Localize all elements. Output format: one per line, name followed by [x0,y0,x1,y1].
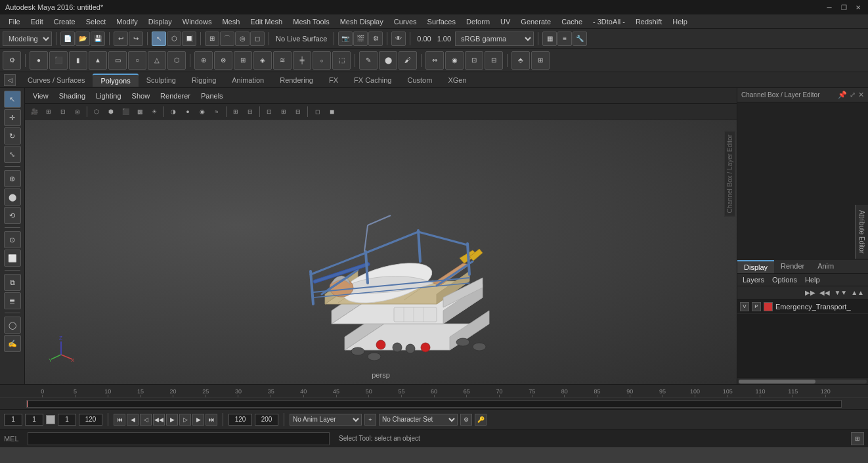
shelf-cone-btn[interactable]: ▲ [89,51,107,70]
shelf-pyramid-btn[interactable]: ⬡ [167,51,186,70]
undo-btn[interactable]: ↩ [114,32,128,46]
vp-res1-btn[interactable]: ⊡ [263,105,276,118]
vp-light-btn[interactable]: ☀ [148,105,161,118]
shelf-extrude-btn[interactable]: ⊞ [234,51,252,70]
frame-current-input[interactable] [25,414,43,426]
tab-sculpting[interactable]: Sculpting [139,74,184,86]
tab-rigging[interactable]: Rigging [184,74,224,86]
help-menu[interactable]: Help [802,275,823,284]
ipr-btn[interactable]: 🎬 [353,32,368,46]
minimize-button[interactable]: ─ [825,3,834,12]
play-backward-btn[interactable]: ◀◀ [153,414,165,426]
snap-point-btn[interactable]: ◎ [235,32,250,46]
menu-edit-mesh[interactable]: Edit Mesh [246,16,287,27]
redo-btn[interactable]: ↪ [129,32,143,46]
auto-key-btn[interactable]: 🔑 [475,414,487,426]
vp-menu-view[interactable]: View [29,91,53,101]
layer-scroll-thumb[interactable] [739,380,815,384]
sidebar-toggle-btn[interactable]: ◁ [4,74,16,86]
paint-select-btn[interactable]: ⬜ [4,250,21,267]
paint-tool-btn[interactable]: 🔲 [182,32,196,46]
options-menu[interactable]: Options [770,275,800,284]
vp-motion-blur-btn[interactable]: ≈ [210,105,223,118]
snap-surface-btn[interactable]: ◻ [250,32,265,46]
shelf-plane-btn[interactable]: ▭ [108,51,127,70]
anim-layer-add-btn[interactable]: + [364,414,376,426]
menu-generate[interactable]: Generate [516,16,555,27]
menu-edit[interactable]: Edit [26,16,48,27]
snap-grid-btn[interactable]: ⊞ [205,32,219,46]
menu-modify[interactable]: Modify [112,16,142,27]
tab-curves-surfaces[interactable]: Curves / Surfaces [20,74,93,86]
shelf-cube-btn[interactable]: ⬛ [49,51,68,70]
layer-scroll-track[interactable] [739,380,867,384]
tab-xgen[interactable]: XGen [440,74,474,86]
vp-hud-btn[interactable]: ⊟ [244,105,257,118]
scale-tool-btn[interactable]: ⤡ [4,146,21,163]
menu-surfaces[interactable]: Surfaces [423,16,460,27]
vp-res3-btn[interactable]: ⊟ [292,105,305,118]
align-btn[interactable]: ≣ [4,292,21,309]
vp-menu-renderer[interactable]: Renderer [156,91,194,101]
shelf-sculpt-btn[interactable]: ✎ [359,51,378,70]
color-space-selector[interactable]: sRGB gamma [455,32,534,46]
shelf-settings-btn[interactable]: ⚙ [3,51,21,70]
tool-settings-toggle[interactable]: 🔧 [573,32,587,46]
timeline-scrubber-area[interactable] [0,397,868,409]
timeline-bar[interactable] [26,400,842,408]
menu-file[interactable]: File [4,16,25,27]
cb-tab-display[interactable]: Display [737,260,774,273]
vp-menu-show[interactable]: Show [128,91,154,101]
menu-create[interactable]: Create [49,16,80,27]
anim-layer-selector[interactable]: No Anim Layer [290,414,362,426]
shelf-smooth-btn[interactable]: ◉ [445,51,464,70]
frame-range-end-input[interactable] [255,414,278,426]
shelf-sphere-btn[interactable]: ● [30,51,48,70]
menu-deform[interactable]: Deform [462,16,494,27]
layer-arrow-up[interactable]: ▲▲ [850,288,865,298]
layer-color-swatch[interactable] [764,302,773,311]
shelf-combine-btn[interactable]: ⊕ [194,51,213,70]
cb-tab-render[interactable]: Render [774,260,811,273]
shelf-insert-edge-btn[interactable]: ╪ [293,51,311,70]
shelf-soft-sel-btn[interactable]: ⬤ [379,51,397,70]
prev-frame-btn[interactable]: ◀ [127,414,139,426]
shelf-retopo-btn[interactable]: ⊟ [485,51,503,70]
skip-to-end-btn[interactable]: ⏭ [206,414,217,426]
channel-box-expand-icon[interactable]: ⤢ [850,91,856,99]
tab-fx-caching[interactable]: FX Caching [346,74,399,86]
render-btn[interactable]: 📷 [338,32,353,46]
sculpt-btn[interactable]: ✍ [4,335,21,352]
shelf-fill-hole-btn[interactable]: ⬚ [332,51,351,70]
tab-animation[interactable]: Animation [224,74,272,86]
close-button[interactable]: ✕ [854,3,863,12]
next-key-btn[interactable]: ▷ [179,414,191,426]
attr-editor-toggle[interactable]: ≡ [557,32,572,46]
menu-windows[interactable]: Windows [178,16,217,27]
character-set-selector[interactable]: No Character Set [379,414,458,426]
layers-menu[interactable]: Layers [740,275,767,284]
cb-tab-anim[interactable]: Anim [811,260,840,273]
shelf-bridge-btn[interactable]: ≋ [273,51,292,70]
snap-together-btn[interactable]: ⧉ [4,274,21,291]
menu-select[interactable]: Select [81,16,111,27]
channel-box-close-icon[interactable]: ✕ [858,91,864,99]
mel-input[interactable] [28,432,330,445]
shelf-torus-btn[interactable]: ○ [128,51,146,70]
select-tool-btn[interactable]: ↖ [152,32,166,46]
vp-ao-btn[interactable]: ● [181,105,194,118]
vp-xray-btn[interactable]: ◻ [311,105,324,118]
shelf-mirror-btn[interactable]: ⇔ [425,51,444,70]
menu-redshift[interactable]: Redshift [631,16,666,27]
universal-manipulator-btn[interactable]: ⊕ [4,170,21,187]
shelf-uv-edit-btn[interactable]: ⬘ [511,51,530,70]
shelf-prism-btn[interactable]: △ [148,51,166,70]
next-frame-btn[interactable]: ▶ [192,414,204,426]
vp-dof-btn[interactable]: ◉ [196,105,209,118]
restore-button[interactable]: ❒ [839,3,848,12]
vp-textured-btn[interactable]: ▩ [133,105,146,118]
workspace-selector[interactable]: Modeling [3,32,52,46]
vp-shadow-btn[interactable]: ◑ [167,105,180,118]
layer-arrow-down[interactable]: ▼▼ [833,288,848,298]
layer-preview-btn[interactable]: P [752,302,761,311]
